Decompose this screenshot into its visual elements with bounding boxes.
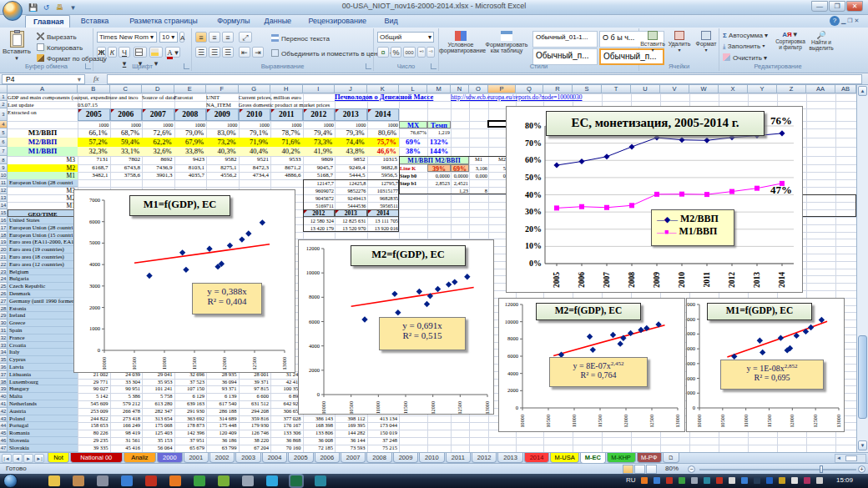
language-indicator[interactable]: RU <box>626 476 636 484</box>
taskbar-icon-send-arrow[interactable] <box>242 475 254 486</box>
tray-icon-monitor[interactable] <box>754 477 760 484</box>
number-format-select[interactable]: Общий ▾ <box>377 32 434 43</box>
taskbar-icon-green-app[interactable] <box>194 475 205 486</box>
row-header-29[interactable]: 29 <box>0 312 8 319</box>
column-header-P[interactable]: P <box>488 85 516 93</box>
hyperlink-ecb-url[interactable]: http://sdw.ecb.europa.eu/reports.do?node… <box>451 93 660 101</box>
zoom-level-label[interactable]: 80% <box>665 465 679 472</box>
tab-nav-prev-icon[interactable]: ◄ <box>13 454 23 463</box>
sheet-tab-National 00[interactable]: National 00 <box>70 453 123 463</box>
scroll-left-icon[interactable]: ◄ <box>836 455 841 460</box>
align-right-icon[interactable]: ☰ <box>222 47 234 58</box>
row-header-11[interactable]: 11 <box>0 179 8 187</box>
horizontal-scroll-thumb[interactable] <box>845 455 857 461</box>
column-header-F[interactable]: F <box>206 85 239 93</box>
office-button[interactable] <box>3 1 23 21</box>
chart-m1_linear[interactable]: 0100020003000400050006000700010000105001… <box>73 189 295 373</box>
row-header-38[interactable]: 38 <box>0 379 8 386</box>
sheet-tab-2005[interactable]: 2005 <box>288 453 313 463</box>
taskbar-icon-excel-active[interactable] <box>290 475 302 486</box>
sheet-tab-М-КНР[interactable]: М-КНР <box>607 453 636 463</box>
row-header-26[interactable]: 26 <box>0 290 8 298</box>
zoom-slider-thumb[interactable] <box>820 465 823 473</box>
taskbar-icon-internet-explorer[interactable] <box>121 475 133 486</box>
italic-button[interactable]: К <box>108 47 117 58</box>
row-header-17[interactable]: 17 <box>0 224 8 232</box>
borders-button[interactable]: ▾ <box>134 47 147 58</box>
taskbar-icon-skype[interactable] <box>266 475 278 486</box>
row-header-20[interactable]: 20 <box>0 246 8 254</box>
row-header-21[interactable]: 21 <box>0 254 8 261</box>
column-header-C[interactable]: C <box>110 85 143 93</box>
column-header-T[interactable]: T <box>602 85 631 93</box>
decrease-decimal-icon[interactable]: ⁻⁰ <box>426 47 435 58</box>
row-header-4[interactable]: 4 <box>0 121 8 128</box>
column-header-G[interactable]: G <box>239 85 271 93</box>
tray-icon-clock-sync[interactable] <box>791 477 798 484</box>
row-header-34[interactable]: 34 <box>0 349 8 356</box>
row-header-36[interactable]: 36 <box>0 364 8 371</box>
sheet-tab-2010[interactable]: 2010 <box>419 453 444 463</box>
minimize-button[interactable]: — <box>811 1 828 12</box>
row-header-2[interactable]: 2 <box>0 101 8 108</box>
column-header-D[interactable]: D <box>142 85 174 93</box>
formula-input[interactable] <box>107 74 862 84</box>
fill-color-button[interactable]: ▾ <box>149 47 163 58</box>
page-layout-view-button[interactable] <box>634 465 645 474</box>
save-icon[interactable]: 💾 <box>27 2 39 13</box>
align-center-icon[interactable]: ☰ <box>209 47 220 58</box>
ribbon-tab-Разметка страницы[interactable]: Разметка страницы <box>119 15 208 28</box>
row-header-45[interactable]: 45 <box>0 430 8 437</box>
column-header-R[interactable]: R <box>543 85 573 93</box>
ribbon-tab-Вставка[interactable]: Вставка <box>72 15 117 28</box>
column-header-U[interactable]: U <box>631 85 660 93</box>
tray-icon-red-badge[interactable] <box>716 477 723 484</box>
chart-m2_linear[interactable]: 0200040006000800010000120001000010500110… <box>298 239 494 415</box>
column-header-K[interactable]: K <box>367 85 400 93</box>
row-header-32[interactable]: 32 <box>0 335 8 342</box>
sheet-tab-2003[interactable]: 2003 <box>235 453 260 463</box>
zoom-slider-track[interactable] <box>699 469 856 470</box>
help-icon[interactable]: ? <box>830 16 840 26</box>
comma-style-icon[interactable]: 000 <box>403 47 416 58</box>
chart-ec_monetization[interactable]: 0%10%20%30%40%50%60%70%80%20052006200720… <box>506 106 803 293</box>
row-header-37[interactable]: 37 <box>0 371 8 379</box>
row-header-8[interactable]: 8 <box>0 156 8 164</box>
taskbar-icon-media-player[interactable] <box>97 475 108 486</box>
qat-dropdown-icon[interactable]: ▾ <box>67 2 79 13</box>
insert-worksheet-tab[interactable]: 🗋 <box>663 453 679 463</box>
column-header-H[interactable]: H <box>270 85 303 93</box>
sheet-tab-2000[interactable]: 2000 <box>157 453 182 463</box>
sheet-tab-2002[interactable]: 2002 <box>209 453 235 463</box>
accounting-format-icon[interactable]: ¤ <box>377 47 389 58</box>
taskbar-icon-folder[interactable] <box>48 475 60 486</box>
font-size-select[interactable]: 10 ▾ <box>159 32 178 43</box>
zoom-out-button[interactable]: − <box>688 465 695 473</box>
vertical-scroll-thumb[interactable] <box>858 335 867 419</box>
taskbar-icon-document[interactable] <box>73 475 84 486</box>
row-header-28[interactable]: 28 <box>0 305 8 313</box>
font-name-select[interactable]: Times New Rom ▾ <box>97 32 157 43</box>
taskbar-icon-firefox[interactable] <box>169 475 181 486</box>
vertical-scrollbar[interactable]: ▲ ▼ <box>856 85 868 452</box>
tray-icon-network[interactable] <box>816 477 823 484</box>
tray-icon-speaker[interactable] <box>729 477 735 484</box>
copy-button[interactable]: Копировать <box>37 43 83 52</box>
sheet-tab-2009[interactable]: 2009 <box>393 453 418 463</box>
tray-icon-volume[interactable] <box>779 477 785 484</box>
column-header-O[interactable]: O <box>469 85 488 93</box>
row-header-42[interactable]: 42 <box>0 408 8 415</box>
cell-style-option[interactable]: Обычный_01-1... <box>532 31 598 48</box>
ribbon-tab-Рецензирование[interactable]: Рецензирование <box>300 15 376 28</box>
column-header-E[interactable]: E <box>174 85 207 93</box>
increase-decimal-icon[interactable]: ⁺⁰ <box>417 47 426 58</box>
tray-icon-flag[interactable] <box>804 477 810 484</box>
ribbon-tab-Данные[interactable]: Данные <box>257 15 298 28</box>
row-header-39[interactable]: 39 <box>0 385 8 393</box>
chart-m1_power[interactable]: 0100020003000400050006000700010000105001… <box>686 298 845 432</box>
column-header-Y[interactable]: Y <box>748 85 777 93</box>
sheet-tab-2014[interactable]: 2014 <box>524 453 549 463</box>
row-header-10[interactable]: 10 <box>0 172 8 179</box>
cut-button[interactable]: Вырезать <box>37 33 77 41</box>
column-header-A[interactable]: A <box>8 85 78 93</box>
